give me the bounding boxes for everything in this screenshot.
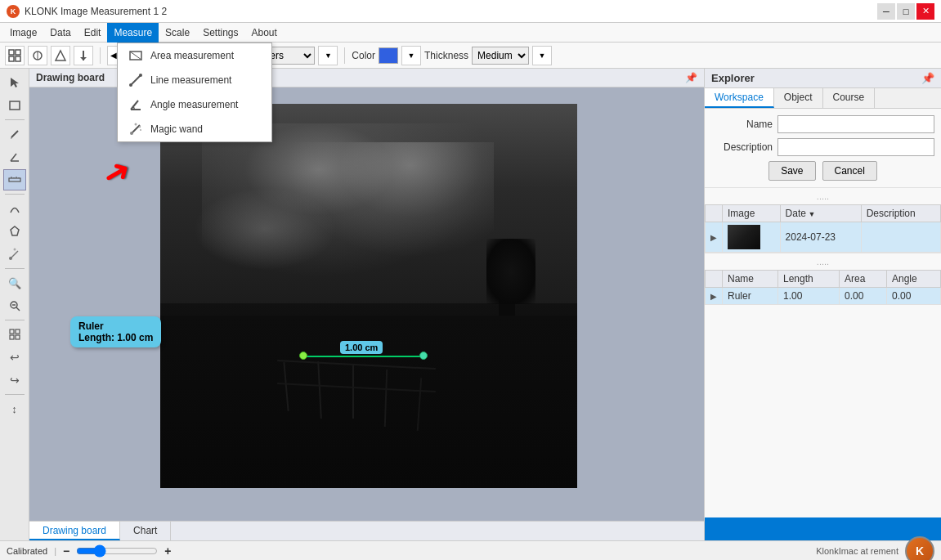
tab-drawing-board[interactable]: Drawing board (29, 522, 120, 540)
svg-line-26 (11, 154, 16, 161)
right-panel: Explorer 📌 Workspace Object Course Name … (704, 69, 941, 540)
tool-select[interactable] (3, 72, 26, 93)
svg-marker-20 (80, 57, 87, 60)
tool-zoom-in[interactable]: 🔍 (3, 272, 26, 293)
maximize-button[interactable]: □ (897, 3, 915, 20)
menu-measure[interactable]: Measure (107, 23, 159, 43)
meas-row: ▶ Ruler 1.00 0.00 0.00 (706, 288, 941, 305)
menu-edit[interactable]: Edit (78, 23, 108, 43)
thickness-select[interactable]: Thin Medium Thick (472, 47, 529, 65)
close-button[interactable]: ✕ (916, 3, 934, 20)
exp-tab-course[interactable]: Course (823, 88, 876, 108)
th-date[interactable]: Date (780, 205, 861, 222)
color-picker[interactable] (379, 47, 398, 64)
tool-pen[interactable] (3, 123, 26, 145)
th-desc: Description (861, 205, 940, 222)
area-measurement-item[interactable]: Area measurement (118, 43, 271, 68)
mrow-expand[interactable]: ▶ (706, 288, 723, 305)
app-logo: K (7, 5, 20, 18)
menu-data[interactable]: Data (43, 23, 77, 43)
tool-redo[interactable]: ↪ (3, 370, 26, 391)
magic-wand-label: Magic wand (150, 123, 203, 135)
exp-tab-object[interactable]: Object (774, 88, 823, 108)
left-sep-4 (5, 320, 25, 320)
toolbar-btn-3[interactable] (51, 46, 70, 65)
svg-point-4 (139, 74, 142, 77)
minimize-button[interactable]: ─ (877, 3, 895, 20)
tool-measure[interactable] (3, 169, 26, 190)
desc-input[interactable] (777, 138, 934, 156)
image-table-divider: ..... (705, 187, 941, 204)
svg-rect-39 (10, 329, 14, 334)
angle-measurement-label: Angle measurement (150, 99, 238, 110)
toolbar-btn-1[interactable] (5, 46, 25, 65)
mth-area: Area (840, 271, 887, 288)
image-frame (160, 104, 577, 488)
tool-grid[interactable] (3, 324, 26, 345)
tool-pan[interactable]: ↕ (3, 398, 26, 419)
menu-scale[interactable]: Scale (159, 23, 196, 43)
exp-tab-workspace[interactable]: Workspace (705, 88, 774, 108)
svg-point-8 (130, 132, 133, 135)
drawing-canvas[interactable]: ➜ Ruler Length: 1.00 cm 1.00 cm (29, 87, 704, 521)
tool-zoom-out[interactable] (3, 295, 26, 316)
svg-rect-40 (16, 329, 20, 334)
tool-angle[interactable] (3, 146, 26, 168)
zoom-plus-btn[interactable]: + (164, 544, 171, 558)
drawing-board-pin[interactable]: 📌 (685, 72, 697, 83)
row-date: 2024-07-23 (780, 222, 861, 253)
drawing-board-title: Drawing board (36, 72, 105, 83)
explorer-tabs: Workspace Object Course (705, 88, 941, 109)
title-bar: K KLONK Image Measurement 1 2 ─ □ ✕ (0, 0, 941, 23)
menu-about[interactable]: About (244, 23, 283, 43)
red-arrow-indicator: ➜ (96, 149, 138, 195)
zoom-minus-btn[interactable]: − (63, 544, 69, 558)
thickness-dropdown-btn[interactable]: ▼ (532, 46, 552, 65)
row-expand[interactable]: ▶ (706, 222, 723, 253)
svg-marker-21 (11, 78, 19, 87)
svg-point-9 (135, 123, 137, 126)
line-measurement-item[interactable]: Line measurement (118, 68, 271, 92)
left-sep-2 (5, 194, 25, 195)
mrow-length: 1.00 (777, 288, 839, 305)
svg-rect-27 (9, 178, 20, 181)
left-sep-1 (5, 119, 25, 120)
menu-image[interactable]: Image (3, 23, 43, 43)
color-dropdown-btn[interactable]: ▼ (401, 46, 421, 65)
meas-table-divider: ..... (705, 253, 941, 270)
app-title: KLONK Image Measurement 1 2 (25, 6, 167, 17)
tool-undo[interactable]: ↩ (3, 347, 26, 368)
tool-polygon[interactable] (3, 221, 26, 242)
save-button[interactable]: Save (768, 161, 815, 181)
zoom-slider[interactable] (76, 544, 158, 558)
mrow-area: 0.00 (840, 288, 887, 305)
toolbar-btn-2[interactable] (28, 46, 47, 65)
tab-chart[interactable]: Chart (120, 522, 171, 540)
svg-rect-12 (9, 50, 14, 55)
ruler-tooltip-length: Length: 1.00 cm (78, 332, 153, 343)
toolbar-btn-4[interactable] (74, 46, 93, 65)
tool-curve[interactable] (3, 198, 26, 219)
meas-table: Name Length Area Angle ▶ Ruler 1.00 0.00… (705, 270, 941, 305)
svg-marker-18 (56, 51, 65, 60)
color-label: Color (352, 50, 375, 61)
tool-wand[interactable] (3, 244, 26, 265)
svg-point-35 (13, 249, 16, 251)
name-input[interactable] (777, 115, 934, 133)
menu-settings[interactable]: Settings (196, 23, 244, 43)
tool-rect[interactable] (3, 95, 26, 116)
unit-dropdown-btn[interactable]: ▼ (318, 46, 338, 65)
svg-line-7 (132, 125, 140, 133)
svg-rect-41 (10, 335, 14, 339)
svg-rect-42 (16, 335, 20, 339)
svg-marker-32 (11, 226, 19, 235)
cancel-button[interactable]: Cancel (822, 161, 877, 181)
angle-measurement-item[interactable]: Angle measurement (118, 92, 271, 117)
explorer-pin[interactable]: 📌 (921, 72, 934, 84)
mth-expand (706, 271, 723, 288)
name-label: Name (711, 119, 773, 130)
svg-point-3 (129, 83, 132, 87)
mrow-name: Ruler (723, 288, 778, 305)
menu-bar: Image Data Edit Measure Scale Settings A… (0, 23, 941, 43)
magic-wand-item[interactable]: Magic wand (118, 117, 271, 141)
